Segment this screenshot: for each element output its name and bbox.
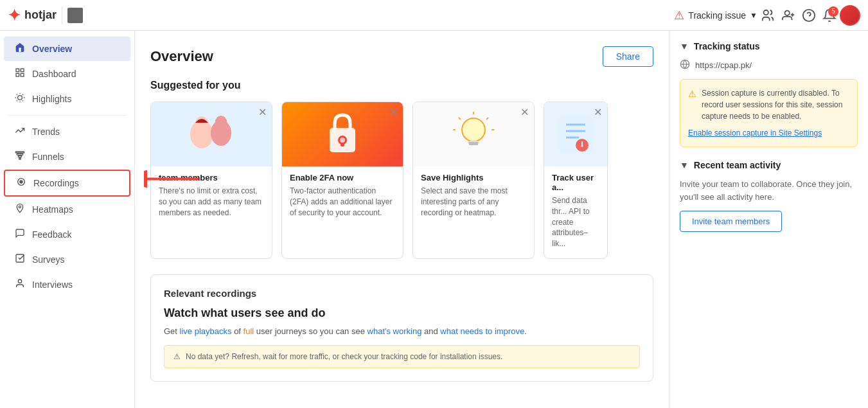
recordings-desc-part3: user journeys so you can see <box>254 326 367 336</box>
svg-point-38 <box>462 118 485 141</box>
dashboard-icon <box>14 67 26 80</box>
warning-text: Session capture is currently disabled. T… <box>702 87 849 122</box>
svg-rect-9 <box>21 73 24 76</box>
svg-point-25 <box>19 206 21 208</box>
tracking-status-section: ▼ Tracking status https://cpap.pk/ ⚠ Ses… <box>680 41 858 147</box>
recordings-desc-part2: of <box>232 326 244 336</box>
svg-rect-7 <box>21 69 24 72</box>
tracking-status-header[interactable]: ▼ Tracking status <box>680 41 858 51</box>
sidebar-item-funnels[interactable]: Funnels <box>4 145 130 169</box>
svg-rect-40 <box>469 142 478 145</box>
sidebar-trends-label: Trends <box>32 127 60 137</box>
card-track-close[interactable]: ✕ <box>594 107 602 118</box>
recordings-icon <box>15 177 27 190</box>
svg-point-52 <box>581 145 583 147</box>
sidebar-highlights-label: Highlights <box>32 94 71 104</box>
svg-rect-22 <box>19 158 21 159</box>
home-icon <box>14 42 26 55</box>
help-icon[interactable] <box>799 5 819 26</box>
top-bar: ✦ hotjar ⚠ Tracking issue ▼ 5 <box>0 0 868 31</box>
site-url-text: https://cpap.pk/ <box>695 60 752 70</box>
recordings-section-title: Relevant recordings <box>164 288 640 299</box>
funnels-icon <box>14 150 26 163</box>
heatmaps-icon <box>14 203 26 216</box>
tracking-warning-icon: ⚠ <box>674 8 684 22</box>
sidebar-item-heatmaps[interactable]: Heatmaps <box>4 197 130 222</box>
recent-activity-label: Recent team activity <box>694 160 781 170</box>
info-bar: ⚠ No data yet? Refresh, wait for more tr… <box>164 345 640 368</box>
card-highlights-close[interactable]: ✕ <box>520 107 529 118</box>
recordings-section: Relevant recordings Watch what users see… <box>150 274 653 382</box>
right-panel: ▼ Tracking status https://cpap.pk/ ⚠ Ses… <box>669 31 868 408</box>
recordings-desc-part1: Get <box>164 326 180 336</box>
share-button[interactable]: Share <box>603 46 653 67</box>
add-user-icon[interactable] <box>778 5 799 26</box>
sidebar-item-trends[interactable]: Trends <box>4 120 130 144</box>
info-bar-text: No data yet? Refresh, wait for more traf… <box>186 352 502 361</box>
card-2fa-desc: Two-factor authentication (2FA) adds an … <box>290 186 395 218</box>
people-icon[interactable] <box>757 5 778 26</box>
card-highlights-body: Save Highlights Select and save the most… <box>413 166 534 227</box>
sidebar-item-interviews[interactable]: Interviews <box>4 272 130 297</box>
sidebar-item-dashboard[interactable]: Dashboard <box>4 62 130 86</box>
invite-team-members-button[interactable]: Invite team members <box>680 211 782 232</box>
svg-rect-26 <box>16 254 24 262</box>
card-highlights-desc: Select and save the most interesting par… <box>421 186 526 218</box>
svg-rect-8 <box>16 73 19 76</box>
interviews-icon <box>14 278 26 291</box>
card-2fa-title: Enable 2FA now <box>290 173 395 182</box>
recordings-desc-full: full <box>244 326 254 336</box>
highlights-icon <box>14 93 26 105</box>
sidebar-item-feedback[interactable]: Feedback <box>4 222 130 247</box>
sidebar-feedback-label: Feedback <box>32 229 71 240</box>
recordings-main-title: Watch what users see and do <box>164 306 640 320</box>
svg-line-44 <box>459 118 461 120</box>
sidebar-item-highlights[interactable]: Highlights <box>4 87 130 111</box>
enable-session-capture-link[interactable]: Enable session capture in Site Settings <box>688 127 849 139</box>
svg-point-33 <box>215 116 227 127</box>
sidebar-surveys-label: Surveys <box>32 254 65 265</box>
sidebar-item-surveys[interactable]: Surveys <box>4 247 130 272</box>
sidebar-overview-label: Overview <box>32 44 72 54</box>
svg-rect-20 <box>17 154 22 155</box>
recordings-desc-working: what's working <box>368 326 422 336</box>
card-highlights-image <box>413 102 534 166</box>
notifications-icon[interactable]: 5 <box>819 5 840 26</box>
recent-chevron-icon: ▼ <box>680 160 689 170</box>
surveys-icon <box>14 253 26 266</box>
svg-line-18 <box>22 94 23 95</box>
svg-point-0 <box>764 10 768 14</box>
svg-line-17 <box>17 100 17 101</box>
svg-point-10 <box>18 96 22 100</box>
card-2fa-close[interactable]: ✕ <box>389 107 398 118</box>
app-square-icon[interactable] <box>67 8 83 23</box>
suggested-section-title: Suggested for you <box>150 80 653 91</box>
recordings-description: Get live playbacks of full user journeys… <box>164 325 640 338</box>
svg-point-37 <box>340 137 345 143</box>
hotjar-wordmark: hotjar <box>24 8 57 22</box>
sidebar-recordings-label: Recordings <box>33 178 79 188</box>
topbar-divider <box>62 6 62 24</box>
sidebar-funnels-label: Funnels <box>32 152 64 162</box>
card-track-body: Track user a... Send data thr... API to … <box>544 166 607 258</box>
trends-icon <box>14 125 26 138</box>
tracking-issue-button[interactable]: ⚠ Tracking issue ▼ <box>674 8 757 22</box>
recent-activity-header[interactable]: ▼ Recent team activity <box>680 160 858 170</box>
user-avatar[interactable] <box>840 5 860 26</box>
tracking-status-label: Tracking status <box>694 41 760 51</box>
recordings-desc-live: live playbacks <box>180 326 232 336</box>
card-track: ✕ <box>544 102 608 259</box>
info-bar-warning-icon: ⚠ <box>173 352 181 361</box>
svg-line-13 <box>17 94 17 95</box>
sidebar-item-recordings[interactable]: Recordings <box>4 170 130 197</box>
site-url-row: https://cpap.pk/ <box>680 59 858 71</box>
suggestions-cards-container: ✕ <box>150 102 653 259</box>
page-title: Overview <box>150 48 213 65</box>
svg-point-27 <box>18 279 21 283</box>
content-header: Overview Share <box>150 46 653 67</box>
card-invite-image <box>151 102 272 166</box>
tracking-issue-label: Tracking issue <box>688 10 746 21</box>
card-invite-close[interactable]: ✕ <box>258 107 267 118</box>
recordings-desc-improve: what needs to improve <box>440 326 524 336</box>
sidebar-item-overview[interactable]: Overview <box>4 37 130 61</box>
